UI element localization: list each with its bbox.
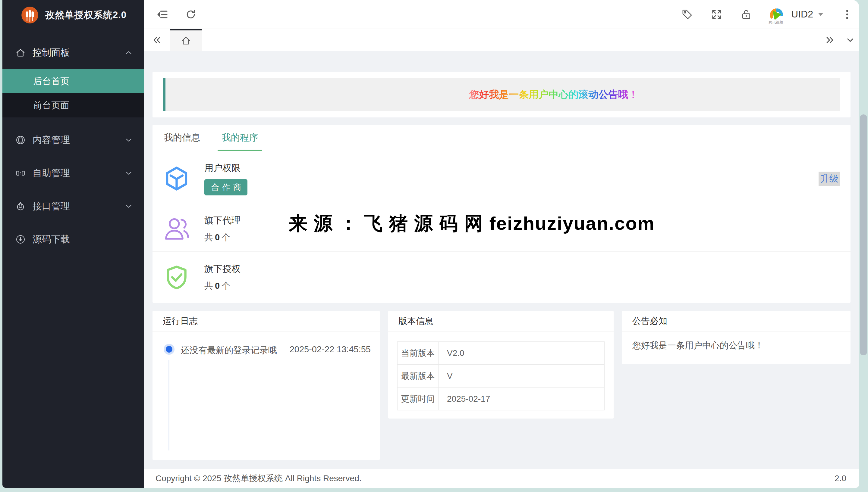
flame-icon <box>15 201 26 212</box>
timeline-dot <box>166 346 172 352</box>
app-logo-icon <box>21 6 39 24</box>
tab-label: 我的程序 <box>222 131 258 144</box>
sidebar-item-label: 自助管理 <box>32 167 124 179</box>
cube-icon <box>163 165 190 192</box>
chevrons-left-icon <box>151 34 162 46</box>
tab-my-program[interactable]: 我的程序 <box>222 125 258 151</box>
log-entry-time: 2025-02-22 13:45:55 <box>290 344 371 354</box>
sidebar-item-selfservice-management[interactable]: 自助管理 <box>2 156 144 190</box>
username: UID2 <box>791 9 813 20</box>
log-entry: 还没有最新的登录记录哦 2025-02-22 13:45:55 <box>162 344 371 356</box>
my-program-card: 我的信息 我的程序 用户权限 合作商 升级 <box>153 125 850 303</box>
topbar: 腾讯视频 UID2 <box>144 0 859 29</box>
table-row: 最新版本 V <box>398 365 605 388</box>
tabs-scroll-left-button[interactable] <box>144 29 170 51</box>
sidebar-item-backend-home[interactable]: 后台首页 <box>2 69 144 93</box>
count-label: 共 <box>204 281 213 291</box>
collapse-sidebar-button[interactable] <box>156 7 169 21</box>
count-value: 0 <box>215 281 220 291</box>
avatar-caption: 腾讯视频 <box>769 20 783 25</box>
sidebar-item-label: 接口管理 <box>32 200 124 213</box>
tag-button[interactable] <box>680 7 694 21</box>
announcement-card: 您好我是一条用户中心的滚动公告哦！ <box>153 72 850 118</box>
home-tab-icon <box>181 35 191 46</box>
tab-strip <box>144 29 859 51</box>
tab-my-info[interactable]: 我的信息 <box>164 125 200 151</box>
chevron-up-icon <box>124 48 133 57</box>
version-row-value: V2.0 <box>439 342 605 365</box>
fullscreen-button[interactable] <box>710 7 724 21</box>
globe-icon <box>15 134 26 145</box>
version-info-card: 版本信息 当前版本 V2.0 最新版本 V <box>388 311 614 419</box>
licenses-count: 共0个 <box>204 280 240 292</box>
sidebar-item-control-panel[interactable]: 控制面板 <box>2 36 144 69</box>
user-avatar[interactable]: 腾讯视频 <box>767 6 784 23</box>
sidebar-item-content-management[interactable]: 内容管理 <box>2 123 144 156</box>
sidebar-nav: 控制面板 后台首页 前台页面 内容管理 <box>2 30 144 256</box>
agents-title: 旗下代理 <box>204 214 240 227</box>
agents-count: 共0个 <box>204 231 240 244</box>
partner-badge: 合作商 <box>204 179 248 195</box>
chevrons-right-icon <box>824 34 835 46</box>
tabs-dropdown-button[interactable] <box>841 29 859 51</box>
tag-icon <box>681 8 693 21</box>
announcement-banner: 您好我是一条用户中心的滚动公告哦！ <box>163 78 840 111</box>
version-row-value: 2025-02-17 <box>439 388 605 411</box>
page-content: 您好我是一条用户中心的滚动公告哦！ 我的信息 我的程序 <box>144 51 859 469</box>
components-icon <box>15 168 26 178</box>
lock-button[interactable] <box>739 7 753 21</box>
row-agents: 旗下代理 共0个 <box>153 206 850 252</box>
app-window: 孜然单授权系统2.0 控制面板 后台首页 前台页面 <box>2 0 859 488</box>
sidebar-item-label: 源码下载 <box>32 233 133 246</box>
scrollbar-thumb[interactable] <box>860 115 867 355</box>
count-unit: 个 <box>221 281 230 291</box>
kebab-menu-icon <box>841 8 853 21</box>
version-table: 当前版本 V2.0 最新版本 V 更新时间 2025-02-17 <box>397 341 605 411</box>
sidebar-item-frontend-page[interactable]: 前台页面 <box>2 93 144 118</box>
submenu-item-label: 后台首页 <box>33 75 69 88</box>
notice-title: 公告必知 <box>622 311 850 332</box>
chevron-down-icon <box>124 169 133 178</box>
people-icon <box>163 215 190 243</box>
count-value: 0 <box>215 232 220 242</box>
notice-card: 公告必知 您好我是一条用户中心的公告哦！ <box>622 311 850 364</box>
tabs-scroll-right-button[interactable] <box>818 29 841 51</box>
topbar-left <box>156 7 198 21</box>
more-menu-button[interactable] <box>840 7 854 21</box>
upgrade-link[interactable]: 升级 <box>819 172 840 186</box>
sidebar-item-api-management[interactable]: 接口管理 <box>2 190 144 223</box>
user-menu[interactable]: UID2 <box>791 9 825 20</box>
main-area: 腾讯视频 UID2 <box>144 0 859 488</box>
desktop-screenshot: { "app": { "title": "孜然单授权系统2.0", "foote… <box>0 0 868 492</box>
table-row: 当前版本 V2.0 <box>398 342 605 365</box>
version-row-label: 当前版本 <box>398 342 439 365</box>
sidebar-item-source-download[interactable]: 源码下载 <box>2 223 144 256</box>
row-user-permission: 用户权限 合作商 升级 <box>153 151 850 206</box>
log-entry-text: 还没有最新的登录记录哦 <box>181 344 290 356</box>
licenses-title: 旗下授权 <box>204 263 240 275</box>
fullscreen-icon <box>711 8 723 21</box>
row-licenses: 旗下授权 共0个 <box>153 252 850 303</box>
sidebar-item-label: 内容管理 <box>32 134 124 146</box>
program-tabs: 我的信息 我的程序 <box>153 125 850 151</box>
topbar-right: 腾讯视频 UID2 <box>680 6 854 23</box>
count-unit: 个 <box>221 232 230 242</box>
count-label: 共 <box>204 232 213 242</box>
submenu-item-label: 前台页面 <box>33 99 69 112</box>
agents-info: 旗下代理 共0个 <box>204 214 240 244</box>
scrolling-announcement-text: 您好我是一条用户中心的滚动公告哦！ <box>469 88 638 101</box>
footer: Copyright © 2025 孜然单授权系统 All Rights Rese… <box>144 469 859 488</box>
shield-check-icon <box>163 264 190 291</box>
tab-home-active[interactable] <box>170 29 202 51</box>
tab-label: 我的信息 <box>164 131 200 144</box>
version-row-label: 最新版本 <box>398 365 439 388</box>
version-row-value: V <box>439 365 605 388</box>
sidebar-item-label: 控制面板 <box>32 46 124 59</box>
licenses-info: 旗下授权 共0个 <box>204 263 240 292</box>
refresh-button[interactable] <box>184 7 198 21</box>
permission-info: 用户权限 合作商 <box>204 162 248 195</box>
notice-content: 您好我是一条用户中心的公告哦！ <box>622 332 850 360</box>
download-circle-icon <box>15 234 26 245</box>
sidebar-submenu-control-panel: 后台首页 前台页面 <box>2 69 144 118</box>
chevron-down-icon <box>845 34 855 46</box>
